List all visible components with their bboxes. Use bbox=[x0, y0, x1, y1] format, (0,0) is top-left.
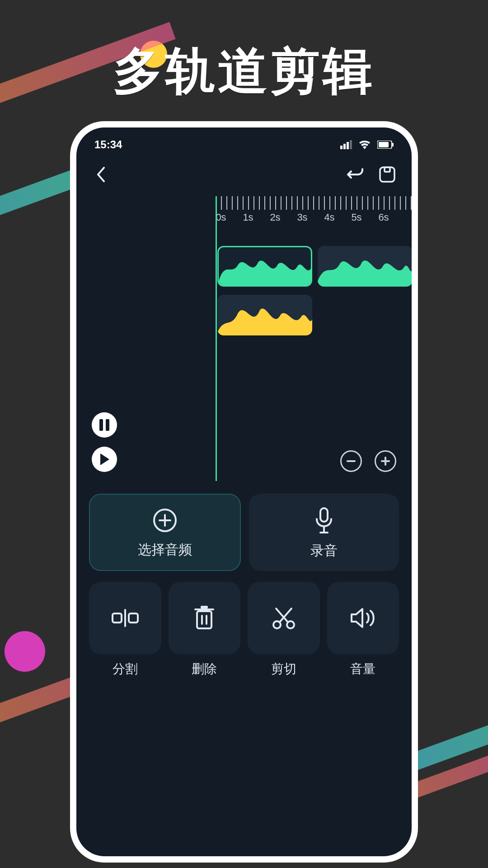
tick-label: 6s bbox=[378, 212, 389, 223]
split-button[interactable] bbox=[89, 582, 161, 654]
cut-button[interactable] bbox=[248, 582, 320, 654]
svg-rect-1 bbox=[343, 144, 346, 149]
svg-rect-23 bbox=[197, 611, 211, 628]
waveform-icon bbox=[318, 246, 412, 287]
scissors-icon bbox=[272, 606, 296, 630]
microphone-icon bbox=[314, 507, 334, 533]
audio-track-2[interactable] bbox=[217, 295, 312, 335]
audio-track-1[interactable] bbox=[217, 246, 312, 287]
ruler-labels: 0s 1s 2s 3s 4s 5s 6s bbox=[216, 212, 412, 223]
svg-rect-13 bbox=[385, 457, 386, 466]
battery-icon bbox=[377, 141, 394, 149]
pause-icon bbox=[99, 419, 109, 431]
plus-icon bbox=[380, 456, 391, 467]
play-button[interactable] bbox=[92, 447, 117, 472]
svg-rect-6 bbox=[392, 143, 394, 146]
delete-label: 删除 bbox=[169, 660, 241, 678]
tick-label: 5s bbox=[351, 212, 362, 223]
tick-label: 3s bbox=[297, 212, 308, 223]
plus-circle-icon bbox=[153, 508, 177, 533]
tick-label: 4s bbox=[324, 212, 335, 223]
select-audio-label: 选择音频 bbox=[138, 541, 192, 559]
volume-button[interactable] bbox=[327, 582, 399, 654]
svg-rect-9 bbox=[99, 419, 103, 431]
playhead[interactable] bbox=[216, 196, 217, 481]
bg-dot-magenta bbox=[5, 631, 45, 672]
zoom-in-button[interactable] bbox=[375, 450, 396, 472]
svg-rect-8 bbox=[385, 167, 390, 172]
status-bar: 15:34 bbox=[76, 127, 412, 156]
svg-rect-19 bbox=[319, 532, 328, 533]
cellular-icon bbox=[340, 140, 352, 149]
svg-rect-25 bbox=[201, 606, 208, 609]
zoom-out-button[interactable] bbox=[340, 450, 362, 472]
timeline[interactable]: 0s 1s 2s 3s 4s 5s 6s bbox=[76, 196, 412, 486]
svg-rect-10 bbox=[106, 419, 109, 431]
ruler-ticks bbox=[216, 196, 412, 210]
page-title: 多轨道剪辑 bbox=[0, 38, 488, 105]
svg-rect-22 bbox=[124, 609, 126, 627]
status-icons bbox=[340, 140, 394, 149]
ruler: 0s 1s 2s 3s 4s 5s 6s bbox=[216, 196, 412, 228]
screen: 15:34 bbox=[76, 127, 412, 856]
volume-label: 音量 bbox=[327, 660, 399, 678]
save-button[interactable] bbox=[378, 165, 396, 184]
tick-label: 1s bbox=[243, 212, 253, 223]
delete-button[interactable] bbox=[169, 582, 241, 654]
svg-rect-2 bbox=[347, 142, 349, 149]
split-icon bbox=[112, 607, 139, 629]
svg-rect-16 bbox=[164, 514, 166, 527]
play-controls bbox=[92, 412, 117, 472]
svg-rect-18 bbox=[323, 526, 325, 532]
tool-labels: 分割 删除 剪切 音量 bbox=[76, 654, 412, 678]
waveform-icon bbox=[217, 295, 312, 335]
minus-icon bbox=[346, 456, 357, 467]
svg-rect-20 bbox=[113, 613, 122, 623]
svg-rect-11 bbox=[347, 460, 356, 462]
status-time: 15:34 bbox=[94, 138, 122, 151]
split-label: 分割 bbox=[89, 660, 161, 678]
record-card[interactable]: 录音 bbox=[249, 494, 399, 571]
pause-button[interactable] bbox=[92, 412, 117, 438]
action-cards: 选择音频 录音 bbox=[76, 486, 412, 571]
record-label: 录音 bbox=[310, 542, 338, 560]
svg-rect-5 bbox=[379, 142, 389, 147]
select-audio-card[interactable]: 选择音频 bbox=[89, 494, 241, 571]
wifi-icon bbox=[358, 140, 371, 149]
svg-rect-27 bbox=[206, 615, 207, 625]
speaker-icon bbox=[350, 607, 376, 629]
tick-label: 0s bbox=[216, 212, 226, 223]
cut-label: 剪切 bbox=[248, 660, 320, 678]
back-button[interactable] bbox=[92, 165, 110, 184]
zoom-controls bbox=[340, 450, 396, 472]
nav-bar bbox=[76, 156, 412, 193]
tool-grid bbox=[76, 571, 412, 654]
svg-rect-24 bbox=[194, 609, 214, 610]
svg-rect-17 bbox=[320, 508, 328, 522]
svg-rect-7 bbox=[380, 167, 394, 182]
undo-button[interactable] bbox=[347, 165, 365, 184]
svg-rect-21 bbox=[129, 613, 138, 623]
phone-mockup: 15:34 bbox=[70, 121, 418, 863]
audio-track-1b[interactable] bbox=[318, 246, 412, 287]
tick-label: 2s bbox=[270, 212, 281, 223]
waveform-icon bbox=[219, 247, 311, 285]
play-icon bbox=[99, 453, 109, 465]
svg-rect-0 bbox=[340, 146, 343, 149]
svg-rect-3 bbox=[350, 140, 352, 149]
trash-icon bbox=[193, 606, 215, 630]
svg-rect-26 bbox=[201, 615, 203, 625]
